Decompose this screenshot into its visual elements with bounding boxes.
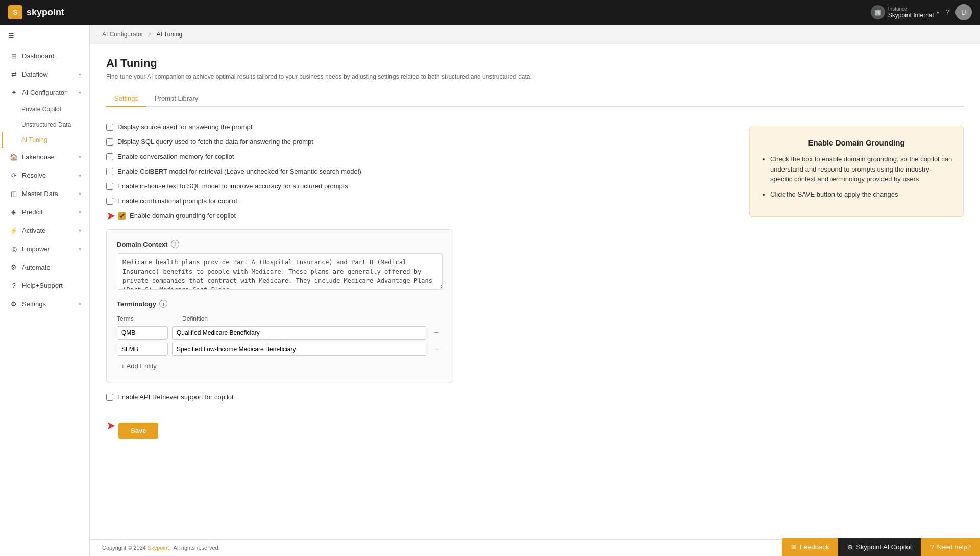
sidebar-item-automate[interactable]: ⚙ Automate (0, 258, 89, 276)
enable-inhouse-label: Enable in-house text to SQL model to imp… (117, 182, 348, 190)
enable-domain-checkbox[interactable] (118, 212, 126, 220)
breadcrumb-current: AI Tuning (156, 31, 182, 38)
domain-context-label-text: Domain Context (117, 240, 168, 248)
qmb-term-input[interactable] (117, 326, 168, 340)
instance-selector[interactable]: 🏢 Instance Skypoint Internal ▾ (871, 5, 939, 19)
display-sql-checkbox[interactable] (106, 138, 113, 146)
display-source-checkbox[interactable] (106, 124, 113, 131)
terminology-info-icon[interactable]: i (159, 300, 167, 308)
ai-configurator-icon: ✦ (10, 88, 18, 96)
slmb-remove-button[interactable]: − (430, 343, 443, 355)
help-support-icon: ? (10, 281, 18, 289)
settings-left: Display source used for answering the pr… (106, 119, 733, 439)
slmb-term-input[interactable] (117, 343, 168, 356)
sidebar-item-label: Master Data (22, 190, 75, 198)
sidebar-item-ai-tuning[interactable]: AI Tuning (2, 132, 89, 148)
sidebar-item-private-copilot[interactable]: Private Copilot (2, 102, 89, 117)
terms-column-header: Terms (117, 315, 178, 322)
need-help-label: Need help? (937, 543, 971, 551)
tabs: Settings Prompt Library (106, 90, 964, 107)
topbar: S skypoint 🏢 Instance Skypoint Internal … (0, 0, 980, 25)
settings-icon: ⚙ (10, 300, 18, 308)
need-help-icon: ? (930, 543, 934, 551)
enable-combinational-checkbox[interactable] (106, 198, 113, 205)
add-entity-button[interactable]: + Add Entity (117, 359, 161, 373)
sidebar-item-ai-configurator[interactable]: ✦ AI Configurator ▾ (2, 83, 89, 102)
menu-toggle-button[interactable]: ☰ (0, 25, 89, 46)
need-help-button[interactable]: ? Need help? (921, 538, 980, 556)
sidebar-item-resolve[interactable]: ⟳ Resolve ▾ (0, 166, 89, 184)
footer-copyright-text: Copyright © 2024 (102, 545, 146, 551)
avatar[interactable]: U (955, 4, 972, 20)
sidebar-item-empower[interactable]: ◎ Empower ▾ (0, 239, 89, 258)
sidebar: ☰ ⊞ Dashboard ⇄ Dataflow ▾ ✦ AI Configur… (0, 25, 90, 556)
logo: S skypoint (8, 5, 64, 19)
copilot-button[interactable]: ⊕ Skypoint AI Copilot (838, 538, 921, 556)
predict-icon: ◈ (10, 208, 18, 216)
page-subtitle: Fine-tune your AI companion to achieve o… (106, 73, 964, 80)
sidebar-item-lakehouse[interactable]: 🏠 Lakehouse ▾ (0, 148, 89, 166)
breadcrumb-parent-link[interactable]: AI Configurator (102, 31, 143, 38)
sidebar-item-dataflow[interactable]: ⇄ Dataflow ▾ (0, 65, 89, 83)
domain-context-info-icon[interactable]: i (171, 240, 179, 248)
help-icon[interactable]: ? (945, 8, 949, 16)
checkbox-enable-colbert: Enable ColBERT model for retrieval (Leav… (106, 164, 733, 179)
sidebar-item-help-support[interactable]: ? Help+Support (0, 276, 89, 295)
feedback-icon: ✉ (791, 543, 797, 551)
checkbox-enable-api: Enable API Retriever support for copilot (106, 390, 733, 404)
sidebar-item-unstructured-data[interactable]: Unstructured Data (2, 117, 89, 132)
slmb-definition-input[interactable] (172, 343, 426, 356)
list-item: Click the SAVE button to apply the chang… (770, 189, 953, 200)
enable-combinational-label: Enable combinational prompts for copilot (117, 197, 237, 205)
sidebar-item-label: Lakehouse (22, 153, 75, 161)
breadcrumb: AI Configurator > AI Tuning (90, 25, 980, 44)
table-row: − (117, 343, 443, 356)
content-area: AI Configurator > AI Tuning AI Tuning Fi… (90, 25, 980, 556)
dataflow-icon: ⇄ (10, 70, 18, 78)
settings-chevron-icon: ▾ (79, 301, 81, 307)
qmb-definition-input[interactable] (172, 326, 426, 340)
display-sql-label: Display SQL query used to fetch the data… (117, 138, 313, 146)
sidebar-item-dashboard[interactable]: ⊞ Dashboard (0, 46, 89, 65)
domain-context-section: Domain Context i Medicare health plans p… (106, 229, 453, 383)
enable-memory-checkbox[interactable] (106, 153, 113, 160)
empower-icon: ◎ (10, 245, 18, 253)
domain-context-label: Domain Context i (117, 240, 443, 248)
tab-settings[interactable]: Settings (106, 90, 146, 107)
sidebar-item-settings[interactable]: ⚙ Settings ▾ (0, 295, 89, 313)
dashboard-icon: ⊞ (10, 52, 18, 60)
qmb-remove-button[interactable]: − (430, 327, 443, 339)
save-row: ➤ Save (106, 413, 733, 439)
domain-arrow-indicator: ➤ (106, 210, 115, 222)
footer-copyright: Copyright © 2024 Skypoint . All rights r… (102, 545, 220, 551)
footer-brand-link[interactable]: Skypoint (148, 545, 169, 551)
sidebar-item-predict[interactable]: ◈ Predict ▾ (0, 203, 89, 221)
sidebar-item-activate[interactable]: ⚡ Activate ▾ (0, 221, 89, 239)
terminology-label-text: Terminology (117, 300, 156, 308)
master-data-icon: ◫ (10, 189, 18, 198)
copilot-icon: ⊕ (847, 543, 853, 551)
save-button[interactable]: Save (118, 423, 158, 439)
enable-inhouse-checkbox[interactable] (106, 183, 113, 190)
activate-icon: ⚡ (10, 226, 18, 234)
enable-colbert-label: Enable ColBERT model for retrieval (Leav… (117, 167, 361, 175)
logo-icon: S (8, 5, 22, 19)
sidebar-item-label: Dashboard (22, 52, 55, 60)
enable-colbert-checkbox[interactable] (106, 168, 113, 175)
sidebar-item-master-data[interactable]: ◫ Master Data ▾ (0, 184, 89, 203)
instance-label: Instance (888, 6, 934, 12)
tab-prompt-library[interactable]: Prompt Library (146, 90, 206, 107)
lakehouse-icon: 🏠 (10, 153, 18, 161)
info-panel-list: Check the box to enable domain grounding… (760, 154, 953, 199)
feedback-button[interactable]: ✉ Feedback (782, 538, 838, 556)
sidebar-item-label: Settings (22, 300, 75, 308)
checkbox-display-sql: Display SQL query used to fetch the data… (106, 134, 733, 149)
terminology-header: Terms Definition (117, 313, 443, 324)
enable-api-checkbox[interactable] (106, 394, 113, 401)
ai-configurator-chevron-icon: ▾ (79, 90, 81, 95)
topbar-left: S skypoint (8, 5, 64, 19)
page-content: AI Tuning Fine-tune your AI companion to… (90, 44, 980, 539)
domain-context-textarea[interactable]: Medicare health plans provide Part A (Ho… (117, 253, 443, 290)
sidebar-item-label: Activate (22, 227, 75, 234)
table-row: − (117, 326, 443, 340)
